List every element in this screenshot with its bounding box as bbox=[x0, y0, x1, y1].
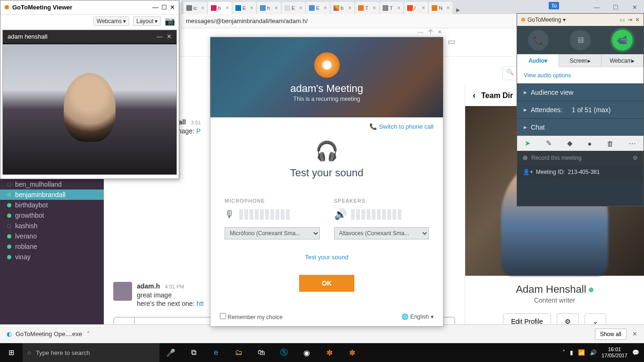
presence-dot bbox=[589, 288, 594, 292]
start-button[interactable]: ⊞ bbox=[0, 348, 23, 357]
highlighter-tool[interactable]: ◆ bbox=[567, 139, 573, 148]
spotlight-tool[interactable]: ● bbox=[587, 140, 592, 148]
sidebar-item[interactable]: benjaminbrandall bbox=[0, 189, 104, 200]
remember-checkbox[interactable]: Remember my choice bbox=[220, 313, 283, 321]
browser-tab[interactable]: N× bbox=[429, 2, 452, 14]
chrome-icon[interactable]: ◉ bbox=[295, 348, 318, 357]
browser-tab[interactable]: ic× bbox=[184, 2, 207, 14]
trash-tool[interactable]: 🗑 bbox=[607, 140, 614, 148]
store-icon[interactable]: 🛍 bbox=[250, 348, 273, 357]
clock[interactable]: 16:0117/05/2017 bbox=[602, 346, 627, 359]
volume-icon[interactable]: 🔊 bbox=[590, 349, 597, 356]
taskview-icon[interactable]: ⧉ bbox=[182, 348, 205, 357]
maximize-button[interactable]: ☐ bbox=[161, 4, 167, 11]
speaker-select[interactable]: Altavoces (Conexant Sma... bbox=[334, 227, 429, 239]
avatar[interactable] bbox=[113, 282, 132, 301]
minimize-button[interactable]: ― bbox=[157, 33, 163, 40]
accordion-chat[interactable]: ▶Chat bbox=[517, 118, 644, 136]
panel-titlebar[interactable]: ✽ GoToMeeting▾ ▭⇥✕ bbox=[517, 14, 644, 26]
browser-tab[interactable]: E× bbox=[282, 2, 305, 14]
tab-screen[interactable]: Screen ▸ bbox=[559, 54, 601, 67]
skype-icon[interactable]: Ⓢ bbox=[273, 348, 295, 358]
sidebar-item[interactable]: lverano bbox=[0, 231, 104, 241]
sidebar-item[interactable]: vinay bbox=[0, 252, 104, 262]
camera-icon[interactable]: 📷 bbox=[165, 16, 175, 26]
screen-button[interactable]: 🖥 bbox=[570, 30, 591, 50]
gtm-icon[interactable]: ✽ bbox=[318, 348, 341, 357]
maximize-button[interactable]: ☐ bbox=[606, 0, 625, 14]
ok-button[interactable]: OK bbox=[299, 275, 354, 292]
pointer-tool[interactable]: ➤ bbox=[525, 139, 531, 148]
webcams-dropdown[interactable]: Webcams ▾ bbox=[93, 16, 129, 26]
close-button[interactable]: ✕ bbox=[625, 0, 644, 14]
audio-options-link[interactable]: View audio options bbox=[517, 67, 644, 83]
tab-audio[interactable]: Audio ▾ bbox=[517, 54, 559, 67]
switch-phone-link[interactable]: 📞Switch to phone call bbox=[369, 123, 434, 130]
tray-overflow[interactable]: ˄ bbox=[562, 349, 565, 356]
webcam-button[interactable]: 📹 bbox=[612, 30, 633, 50]
accordion-audience[interactable]: ▶Audience view bbox=[517, 83, 644, 101]
dock-button[interactable]: ▭ bbox=[619, 16, 625, 23]
show-all-button[interactable]: Show all bbox=[595, 329, 627, 340]
sidebar-item[interactable]: birthdaybot bbox=[0, 200, 104, 210]
layout-dropdown[interactable]: Layout ▾ bbox=[133, 16, 161, 26]
accordion-attendees[interactable]: ▶Attendees: 1 of 51 (max) bbox=[517, 101, 644, 118]
window-titlebar[interactable]: ✽ GoToMeeting Viewer ― ☐ ✕ bbox=[0, 0, 179, 15]
sidebar-item[interactable]: growthbot bbox=[0, 210, 104, 221]
record-row[interactable]: Record this meeting ⚙ bbox=[517, 151, 644, 165]
browser-tab[interactable]: b× bbox=[208, 2, 232, 14]
pen-tool[interactable]: ✎ bbox=[546, 139, 552, 148]
close-button[interactable]: ✕ bbox=[632, 330, 637, 337]
help-button[interactable]: ⇱ bbox=[427, 28, 435, 36]
translate-badge[interactable]: To bbox=[549, 2, 559, 9]
invite-icon[interactable]: 👤+ bbox=[523, 169, 533, 175]
browser-tab[interactable]: T× bbox=[355, 2, 379, 14]
close-button[interactable]: ✕ bbox=[437, 29, 442, 35]
meeting-title: adam's Meeting bbox=[290, 82, 363, 95]
browser-tab[interactable]: T× bbox=[380, 2, 403, 14]
browser-tab[interactable]: E× bbox=[233, 2, 256, 14]
minimize-button[interactable]: ― bbox=[418, 29, 423, 35]
collapse-button[interactable]: ⇥ bbox=[627, 16, 632, 23]
sidebar-item[interactable]: roblane bbox=[0, 241, 104, 252]
cortana-mic-icon[interactable]: 🎤 bbox=[159, 348, 182, 357]
close-button[interactable]: ✕ bbox=[167, 33, 172, 40]
close-button[interactable]: ✕ bbox=[170, 4, 175, 11]
language-selector[interactable]: 🌐 English ▾ bbox=[401, 313, 434, 320]
action-center-icon[interactable]: 💬 bbox=[632, 349, 639, 356]
browser-tab[interactable]: h× bbox=[257, 2, 281, 14]
minimize-button[interactable]: ― bbox=[152, 4, 159, 11]
sidebar-item[interactable]: ben_mulholland bbox=[0, 179, 104, 189]
explorer-icon[interactable]: 🗂 bbox=[227, 348, 250, 357]
phone-button[interactable]: 📞 bbox=[528, 30, 549, 50]
sidebar-item[interactable]: kashish bbox=[0, 221, 104, 231]
gtm-viewer-window: ✽ GoToMeeting Viewer ― ☐ ✕ Webcams ▾ Lay… bbox=[0, 0, 179, 179]
gtm-logo-icon bbox=[314, 52, 340, 78]
microphone-section: MICROPHONE 🎙 Micrófono (Conexant Sma... bbox=[225, 198, 320, 239]
speaker-icon: 🔊 bbox=[334, 208, 347, 221]
tab-webcam[interactable]: Webcam ▸ bbox=[602, 54, 644, 67]
gtm-icon[interactable]: ✽ bbox=[341, 348, 363, 357]
taskbar-search[interactable]: ○ Type here to search bbox=[23, 343, 159, 362]
download-icon: ◐ bbox=[7, 330, 12, 337]
browser-tab[interactable]: E× bbox=[306, 2, 330, 14]
back-icon[interactable]: ‹ bbox=[473, 90, 476, 100]
test-sound-link[interactable]: Test your sound bbox=[225, 254, 429, 261]
new-tab-button[interactable]: ▸ bbox=[453, 5, 463, 14]
browser-window-controls: ― ☐ ✕ bbox=[587, 0, 644, 14]
header-icon[interactable]: ▭ bbox=[448, 37, 455, 47]
download-file[interactable]: GoToMeeting Ope....exe bbox=[16, 330, 82, 337]
close-button[interactable]: ✕ bbox=[635, 16, 640, 23]
windows-taskbar: ⊞ ○ Type here to search 🎤 ⧉ e 🗂 🛍 Ⓢ ◉ ✽ … bbox=[0, 343, 644, 362]
browser-tab[interactable]: b× bbox=[331, 2, 354, 14]
wifi-icon[interactable]: 📶 bbox=[578, 349, 585, 356]
minimize-button[interactable]: ― bbox=[587, 0, 606, 14]
download-chevron-icon[interactable]: ˄ bbox=[87, 330, 90, 337]
battery-icon[interactable]: ▮ bbox=[570, 349, 573, 356]
browser-tab[interactable]: /× bbox=[404, 2, 428, 14]
more-tools[interactable]: ⋯ bbox=[629, 139, 636, 148]
record-settings-icon[interactable]: ⚙ bbox=[633, 155, 638, 161]
modal-hero: adam's Meeting This is a recurring meeti… bbox=[210, 37, 443, 117]
edge-icon[interactable]: e bbox=[205, 348, 227, 357]
mic-select[interactable]: Micrófono (Conexant Sma... bbox=[225, 227, 320, 239]
